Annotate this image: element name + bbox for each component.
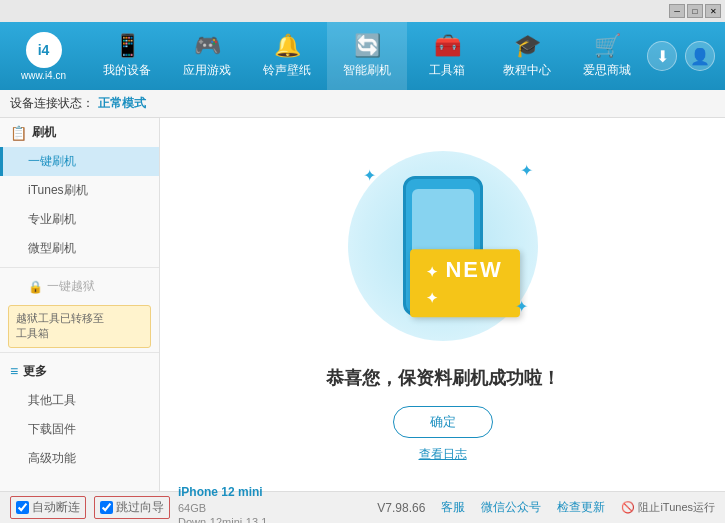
- sidebar-item-other-tools[interactable]: 其他工具: [0, 386, 159, 415]
- main-content: 📋 刷机 一键刷机 iTunes刷机 专业刷机 微型刷机 🔒 一键越狱 越狱工具…: [0, 118, 725, 491]
- status-label: 设备连接状态：: [10, 95, 94, 112]
- skip-wizard-checkbox[interactable]: 跳过向导: [94, 496, 170, 519]
- nav-item-ringtone[interactable]: 🔔 铃声壁纸: [247, 22, 327, 90]
- stop-itunes-icon: 🚫: [621, 501, 635, 514]
- nav-icon-smartflash: 🔄: [354, 33, 381, 59]
- nav-icon-mydevice: 📱: [114, 33, 141, 59]
- nav-label-appgame: 应用游戏: [183, 62, 231, 79]
- nav-label-tutorial: 教程中心: [503, 62, 551, 79]
- sidebar: 📋 刷机 一键刷机 iTunes刷机 专业刷机 微型刷机 🔒 一键越狱 越狱工具…: [0, 118, 160, 491]
- flash-section-icon: 📋: [10, 125, 27, 141]
- nav-item-smartflash[interactable]: 🔄 智能刷机: [327, 22, 407, 90]
- nav-item-mydevice[interactable]: 📱 我的设备: [87, 22, 167, 90]
- sparkle-3: ✦: [515, 297, 528, 316]
- nav-label-smartflash: 智能刷机: [343, 62, 391, 79]
- device-info: iPhone 12 mini 64GB Down-12mini-13.1: [178, 485, 267, 523]
- device-storage: 64GB: [178, 501, 267, 515]
- logo-text: www.i4.cn: [21, 70, 66, 81]
- footer-left: 自动断连 跳过向导 iPhone 12 mini 64GB Down-12min…: [10, 485, 267, 523]
- footer: 自动断连 跳过向导 iPhone 12 mini 64GB Down-12min…: [0, 491, 725, 523]
- more-section-icon: ≡: [10, 363, 18, 379]
- sidebar-section-flash: 📋 刷机: [0, 118, 159, 147]
- status-value: 正常模式: [98, 95, 146, 112]
- sidebar-divider-1: [0, 267, 159, 268]
- nav-item-appgame[interactable]: 🎮 应用游戏: [167, 22, 247, 90]
- stop-itunes-button[interactable]: 🚫 阻止iTunes运行: [621, 500, 715, 515]
- new-badge: NEW: [410, 249, 520, 317]
- status-bar: 设备连接状态： 正常模式: [0, 90, 725, 118]
- sidebar-item-jailbreak: 🔒 一键越狱: [0, 272, 159, 301]
- view-log-link[interactable]: 查看日志: [419, 446, 467, 463]
- nav-icon-store: 🛒: [594, 33, 621, 59]
- sidebar-divider-2: [0, 352, 159, 353]
- success-message: 恭喜您，保资料刷机成功啦！: [326, 366, 560, 390]
- header: i4 www.i4.cn 📱 我的设备 🎮 应用游戏 🔔 铃声壁纸 🔄 智能刷机…: [0, 22, 725, 90]
- user-button[interactable]: 👤: [685, 41, 715, 71]
- center-content: ✦ ✦ ✦ NEW 恭喜您，保资料刷机成功啦！ 确定 查看日志: [160, 118, 725, 491]
- minimize-button[interactable]: ─: [669, 4, 685, 18]
- nav-item-toolbox[interactable]: 🧰 工具箱: [407, 22, 487, 90]
- download-button[interactable]: ⬇: [647, 41, 677, 71]
- nav-icon-appgame: 🎮: [194, 33, 221, 59]
- footer-wechat-link[interactable]: 微信公众号: [481, 499, 541, 516]
- close-button[interactable]: ✕: [705, 4, 721, 18]
- skip-wizard-label: 跳过向导: [116, 499, 164, 516]
- illustration-area: ✦ ✦ ✦ NEW: [333, 146, 553, 346]
- nav-label-store: 爱思商城: [583, 62, 631, 79]
- footer-right: V7.98.66 客服 微信公众号 检查更新 🚫 阻止iTunes运行: [377, 499, 715, 516]
- jailbreak-label: 一键越狱: [47, 278, 95, 295]
- logo-icon: i4: [26, 32, 62, 68]
- nav-label-mydevice: 我的设备: [103, 62, 151, 79]
- device-model: Down-12mini-13.1: [178, 515, 267, 523]
- footer-update-link[interactable]: 检查更新: [557, 499, 605, 516]
- sidebar-item-itunes[interactable]: iTunes刷机: [0, 176, 159, 205]
- stop-itunes-label: 阻止iTunes运行: [638, 500, 715, 515]
- sidebar-item-download-firmware[interactable]: 下载固件: [0, 415, 159, 444]
- footer-version: V7.98.66: [377, 501, 425, 515]
- maximize-button[interactable]: □: [687, 4, 703, 18]
- sidebar-item-micro[interactable]: 微型刷机: [0, 234, 159, 263]
- nav-bar: 📱 我的设备 🎮 应用游戏 🔔 铃声壁纸 🔄 智能刷机 🧰 工具箱 🎓 教程中心…: [87, 22, 647, 90]
- title-bar: ─ □ ✕: [0, 0, 725, 22]
- sidebar-item-onekey[interactable]: 一键刷机: [0, 147, 159, 176]
- nav-icon-tutorial: 🎓: [514, 33, 541, 59]
- nav-item-store[interactable]: 🛒 爱思商城: [567, 22, 647, 90]
- sidebar-item-pro[interactable]: 专业刷机: [0, 205, 159, 234]
- auto-disconnect-label: 自动断连: [32, 499, 80, 516]
- more-section-label: 更多: [23, 363, 47, 380]
- sparkle-2: ✦: [520, 161, 533, 180]
- auto-disconnect-checkbox[interactable]: 自动断连: [10, 496, 86, 519]
- nav-label-ringtone: 铃声壁纸: [263, 62, 311, 79]
- flash-section-label: 刷机: [32, 124, 56, 141]
- nav-icon-ringtone: 🔔: [274, 33, 301, 59]
- sidebar-item-advanced[interactable]: 高级功能: [0, 444, 159, 473]
- sparkle-1: ✦: [363, 166, 376, 185]
- sidebar-info-box: 越狱工具已转移至工具箱: [8, 305, 151, 348]
- nav-label-toolbox: 工具箱: [429, 62, 465, 79]
- confirm-button[interactable]: 确定: [393, 406, 493, 438]
- lock-icon: 🔒: [28, 280, 43, 294]
- skip-wizard-input[interactable]: [100, 501, 113, 514]
- auto-disconnect-input[interactable]: [16, 501, 29, 514]
- sidebar-section-more: ≡ 更多: [0, 357, 159, 386]
- nav-icon-toolbox: 🧰: [434, 33, 461, 59]
- device-name: iPhone 12 mini: [178, 485, 267, 501]
- logo-area: i4 www.i4.cn: [0, 32, 87, 81]
- window-controls: ─ □ ✕: [669, 4, 721, 18]
- nav-right-controls: ⬇ 👤: [647, 41, 725, 71]
- footer-support-link[interactable]: 客服: [441, 499, 465, 516]
- nav-item-tutorial[interactable]: 🎓 教程中心: [487, 22, 567, 90]
